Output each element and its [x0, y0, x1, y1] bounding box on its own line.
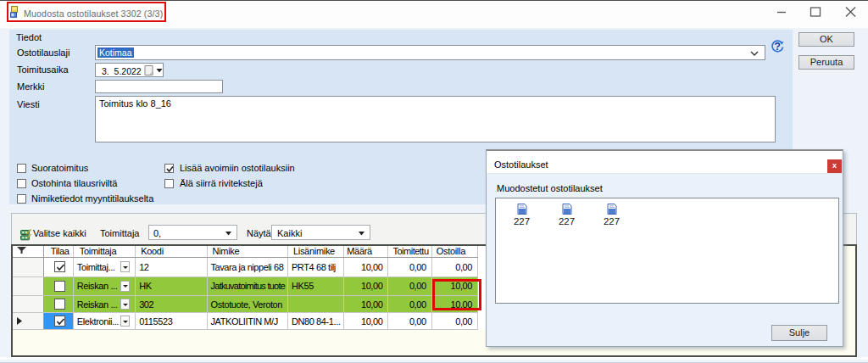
svg-text:?: ?	[775, 41, 781, 53]
